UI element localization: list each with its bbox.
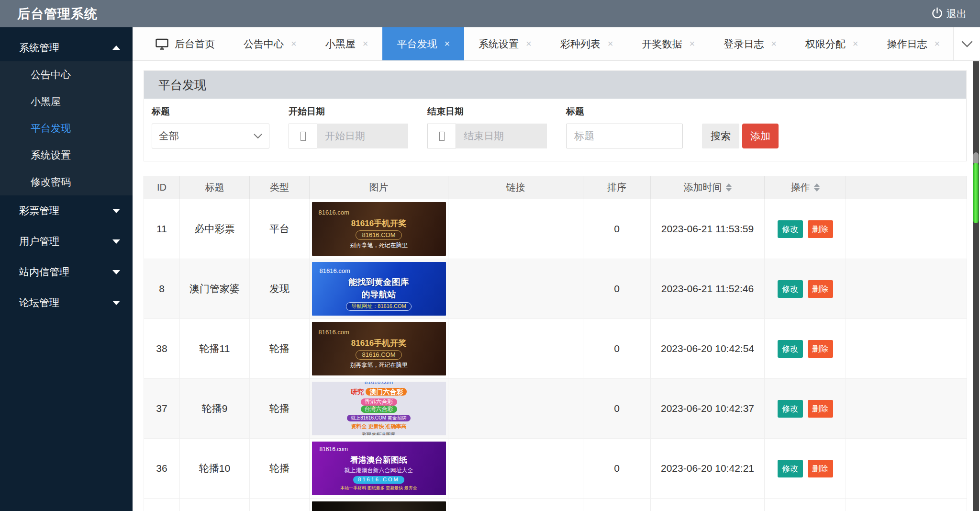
tab[interactable]: 权限分配× — [791, 27, 873, 60]
tab-label: 平台发现 — [397, 37, 437, 51]
table-row: 36轮播10轮播81616.com看港澳台新图纸就上港澳台新六合网址大全8161… — [144, 439, 967, 499]
sidebar-group[interactable]: 站内信管理 — [0, 257, 133, 287]
close-icon[interactable]: × — [935, 38, 940, 49]
close-icon[interactable]: × — [526, 38, 532, 49]
banner-text-line: 别再拿笔，死记在脑里 — [350, 362, 408, 369]
tab[interactable]: 小黑屋× — [311, 27, 383, 60]
tab[interactable]: 开奖数据× — [627, 27, 709, 60]
sidebar-group[interactable]: 系统管理 — [0, 34, 133, 61]
row-title: 轮播9 — [180, 379, 250, 439]
sidebar-group[interactable]: 用户管理 — [0, 226, 133, 257]
calendar-icon — [289, 124, 317, 148]
column-header-inner: 排序 — [607, 181, 626, 194]
row-sort — [583, 499, 651, 511]
title-input[interactable] — [566, 124, 683, 148]
topbar: 后台管理系统 退出 — [0, 0, 980, 27]
edit-button[interactable]: 修改 — [778, 460, 803, 477]
type-select[interactable]: 全部 — [152, 124, 269, 148]
row-time: 2023-06-20 10:42:37 — [651, 379, 765, 439]
tab-label: 登录日志 — [724, 37, 764, 51]
sidebar-item[interactable]: 系统设置 — [0, 142, 133, 169]
sidebar-item[interactable]: 小黑屋 — [0, 88, 133, 115]
row-actions-wrap: 修改删除 — [765, 340, 846, 358]
delete-button[interactable]: 删除 — [808, 220, 833, 238]
column-header: 排序 — [583, 176, 651, 199]
sidebar-item[interactable]: 修改密码 — [0, 169, 133, 195]
column-header[interactable]: 添加时间 — [651, 176, 765, 199]
tab[interactable]: 操作日志× — [873, 27, 954, 60]
banner-text-line: 彩民的所选图库 — [362, 432, 396, 435]
close-icon[interactable]: × — [291, 38, 297, 49]
close-icon[interactable]: × — [853, 38, 858, 49]
sidebar-item[interactable]: 平台发现 — [0, 115, 133, 142]
filter-row: 标题 全部 开始日期 结束日期 — [144, 99, 966, 161]
tab-label: 彩种列表 — [560, 37, 601, 51]
tab-overflow-button[interactable] — [953, 27, 980, 60]
close-icon[interactable]: × — [608, 38, 613, 49]
row-actions: 修改删除 — [765, 379, 846, 439]
sidebar-group[interactable]: 论坛管理 — [0, 287, 133, 318]
filter-card: 平台发现 标题 全部 开始日期 — [144, 70, 967, 161]
row-filler — [846, 499, 967, 511]
delete-button[interactable]: 删除 — [808, 400, 833, 418]
sidebar-item[interactable]: 公告中心 — [0, 61, 133, 88]
row-sort: 0 — [583, 199, 651, 259]
scrollbar-track[interactable] — [973, 61, 979, 511]
end-date-label: 结束日期 — [427, 105, 547, 118]
column-header-label: 链接 — [506, 181, 525, 194]
tab[interactable]: 后台首页 — [141, 27, 229, 60]
scrollbar-thumb[interactable] — [973, 163, 979, 223]
column-header-label: 操作 — [791, 181, 810, 194]
logout-button[interactable]: 退出 — [931, 7, 967, 21]
column-header-label: 添加时间 — [684, 181, 722, 194]
row-id: 38 — [144, 319, 180, 379]
banner-text-line: 81616手机开奖 — [351, 338, 406, 348]
banner-text-line: 81616.com — [365, 382, 393, 386]
banner-text-line: 81616.com — [319, 329, 349, 336]
edit-button[interactable]: 修改 — [778, 340, 803, 358]
close-icon[interactable]: × — [689, 38, 695, 49]
end-date-input[interactable] — [456, 124, 547, 148]
sort-icon[interactable] — [814, 183, 820, 192]
banner-text-line: 81616.COM — [356, 230, 401, 240]
add-button[interactable]: 添加 — [742, 124, 779, 148]
edit-button[interactable]: 修改 — [778, 400, 803, 418]
row-type: 轮播 — [250, 379, 310, 439]
type-filter-label: 标题 — [152, 105, 269, 118]
banner-text-line: 本站一手材料 图纸最多 更新最快 最齐全 — [340, 486, 417, 491]
tab[interactable]: 公告中心× — [229, 27, 311, 60]
close-icon[interactable]: × — [444, 38, 450, 49]
caret-up-icon — [112, 45, 120, 50]
row-actions: 修改删除 — [765, 199, 846, 259]
close-icon[interactable]: × — [771, 38, 777, 49]
tab[interactable]: 平台发现× — [382, 27, 464, 60]
chevron-down-icon — [254, 134, 262, 139]
row-actions: 修改删除 — [765, 439, 846, 499]
search-button[interactable]: 搜索 — [702, 124, 739, 148]
delete-button[interactable]: 删除 — [808, 280, 833, 298]
sidebar-group[interactable]: 彩票管理 — [0, 195, 133, 226]
row-link — [448, 379, 583, 439]
row-filler — [846, 259, 967, 319]
row-title — [180, 499, 250, 511]
start-date-input[interactable] — [317, 124, 408, 148]
banner-image: 81616.com能找到黄金图库的导航站导航网址：81616.COM — [312, 262, 446, 316]
banner-image — [312, 501, 446, 511]
column-header[interactable]: 操作 — [765, 176, 846, 199]
tab-list: 后台首页公告中心×小黑屋×平台发现×系统设置×彩种列表×开奖数据×登录日志×权限… — [141, 27, 953, 60]
tab[interactable]: 系统设置× — [464, 27, 546, 60]
row-type: 发现 — [250, 259, 310, 319]
row-actions-wrap: 修改删除 — [765, 400, 846, 418]
row-image-cell: 81616.com研究 澳门六合彩香港六合彩 台湾六合彩就上81616.COM … — [310, 379, 448, 439]
chevron-down-icon — [961, 41, 973, 47]
delete-button[interactable]: 删除 — [808, 460, 833, 477]
edit-button[interactable]: 修改 — [778, 280, 803, 298]
edit-button[interactable]: 修改 — [778, 220, 803, 238]
tab[interactable]: 彩种列表× — [546, 27, 628, 60]
row-type: 轮播 — [250, 319, 310, 379]
table-row: 38轮播11轮播81616.com81616手机开奖81616.COM别再拿笔，… — [144, 319, 967, 379]
sort-icon[interactable] — [726, 183, 732, 192]
delete-button[interactable]: 删除 — [808, 340, 833, 358]
close-icon[interactable]: × — [363, 38, 368, 49]
tab[interactable]: 登录日志× — [709, 27, 791, 60]
